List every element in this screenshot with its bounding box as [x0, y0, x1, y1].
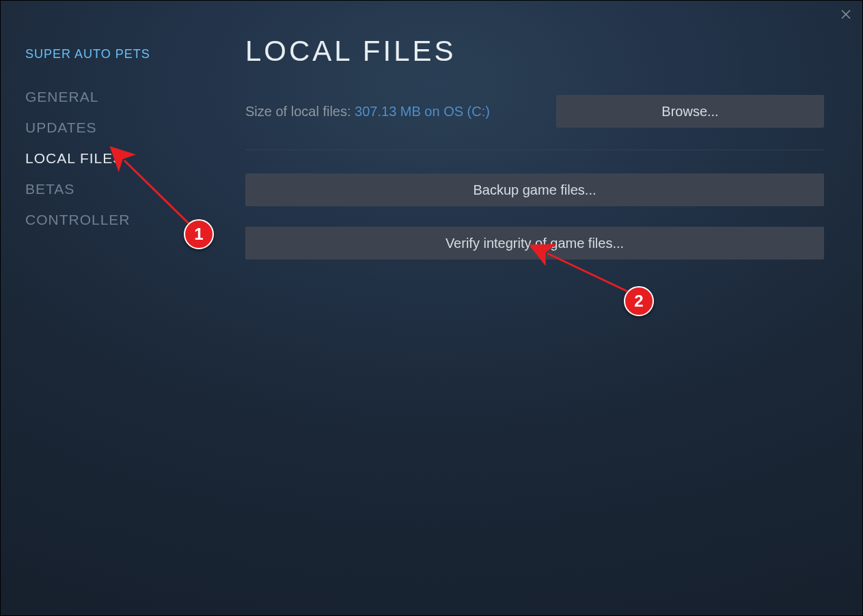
properties-window: SUPER AUTO PETS GENERAL UPDATES LOCAL FI… — [0, 0, 863, 616]
sidebar: SUPER AUTO PETS GENERAL UPDATES LOCAL FI… — [1, 1, 219, 615]
size-row: Size of local files: 307.13 MB on OS (C:… — [245, 95, 824, 128]
app-name: SUPER AUTO PETS — [25, 47, 219, 61]
size-of-local-files: Size of local files: 307.13 MB on OS (C:… — [245, 104, 490, 120]
size-value-link[interactable]: 307.13 MB on OS (C:) — [355, 104, 490, 119]
sidebar-item-general[interactable]: GENERAL — [25, 89, 219, 105]
verify-integrity-button[interactable]: Verify integrity of game files... — [245, 227, 824, 260]
close-icon — [840, 8, 852, 23]
page-title: LOCAL FILES — [245, 35, 824, 68]
size-label: Size of local files: — [245, 104, 355, 119]
sidebar-item-updates[interactable]: UPDATES — [25, 120, 219, 136]
sidebar-item-local-files[interactable]: LOCAL FILES — [25, 150, 219, 167]
browse-button[interactable]: Browse... — [556, 95, 824, 128]
backup-game-files-button[interactable]: Backup game files... — [245, 173, 824, 206]
sidebar-item-controller[interactable]: CONTROLLER — [25, 212, 219, 228]
close-button[interactable] — [835, 5, 857, 27]
sidebar-item-betas[interactable]: BETAS — [25, 181, 219, 197]
divider — [245, 150, 824, 150]
main-panel: LOCAL FILES Size of local files: 307.13 … — [219, 1, 862, 615]
